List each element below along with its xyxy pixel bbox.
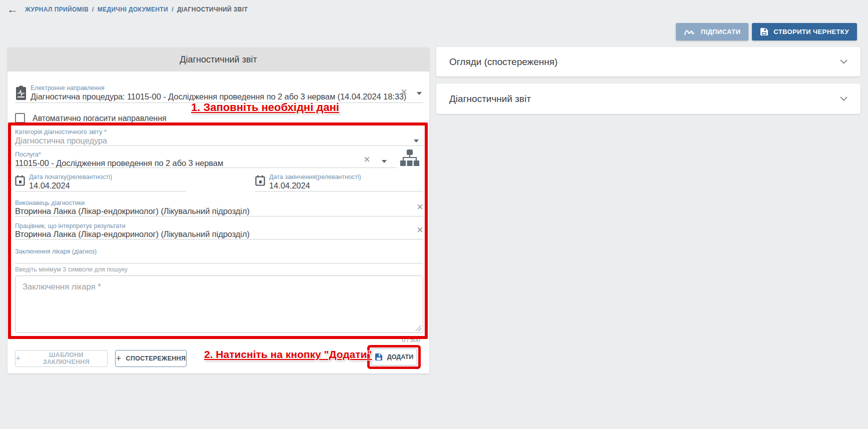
service-underline	[15, 168, 397, 168]
clipboard-pulse-icon	[15, 86, 27, 100]
date-start-value[interactable]: 14.04.2024	[29, 181, 70, 190]
form-title: Діагностичний звіт	[180, 54, 257, 65]
observation-label: СПОСТЕРЕЖЕННЯ	[126, 355, 186, 362]
referral-value[interactable]: Діагностична процедура: 11015-00 - Дослі…	[31, 92, 406, 102]
create-draft-button[interactable]: СТВОРИТИ ЧЕРНЕТКУ	[752, 23, 857, 40]
sign-button[interactable]: ПІДПИСАТИ	[676, 23, 749, 40]
char-counter: 0 / 500	[402, 336, 420, 344]
conclusion-textarea[interactable]	[15, 276, 423, 333]
performer-value[interactable]: Вторинна Ланка (Лікар-ендокринолог) (Лік…	[15, 206, 250, 216]
plus-icon: +	[16, 354, 21, 363]
breadcrumb-items: ЖУРНАЛ ПРИЙОМІВ / МЕДИЧНІ ДОКУМЕНТИ / ДІ…	[25, 6, 248, 13]
diagnostic-report-form: Діагностичний звіт Електронне направленн…	[8, 48, 429, 374]
add-button[interactable]: ДОДАТИ	[371, 348, 417, 366]
annotation-step1: 1. Заповніть необхідні дані	[191, 101, 339, 114]
sitemap-icon[interactable]	[399, 149, 421, 167]
back-arrow-icon[interactable]: ←	[7, 4, 18, 15]
add-button-label: ДОДАТИ	[387, 354, 413, 360]
date-start-label: Дата початку(релевантності)	[29, 174, 112, 180]
chevron-down-icon[interactable]	[840, 96, 847, 101]
panel-observations[interactable]: Огляди (спостереження)	[436, 47, 860, 76]
date-end-label: Дата закінчення(релевантності)	[269, 174, 361, 180]
referral-clear-icon[interactable]: ×	[401, 88, 407, 96]
calendar-icon[interactable]	[15, 175, 25, 186]
diagnosis-label: Заключення лікаря (діагноз)	[15, 248, 97, 255]
date-end-underline	[255, 191, 423, 192]
category-underline	[15, 146, 423, 146]
conclusion-templates-label: ШАБЛОНИ ЗАКЛЮЧЕННЯ	[26, 352, 107, 366]
conclusion-field	[15, 276, 423, 333]
breadcrumb-current: ДІАГНОСТИЧНИЙ ЗВІТ	[177, 6, 248, 13]
service-value[interactable]: 11015-00 - Дослідження проведення по 2 а…	[15, 158, 223, 168]
service-dropdown-icon[interactable]	[382, 160, 387, 163]
category-label: Категорія діагностичного звіту *	[15, 128, 107, 136]
performer-label: Виконавець діагностики	[15, 200, 85, 206]
category-dropdown-icon[interactable]	[414, 140, 419, 142]
plus-icon: +	[116, 354, 122, 363]
performer-underline	[15, 216, 423, 216]
header-actions: ПІДПИСАТИ СТВОРИТИ ЧЕРНЕТКУ	[676, 23, 857, 40]
panel-diagnostic-report[interactable]: Діагностичний звіт	[436, 84, 860, 114]
service-clear-icon[interactable]: ×	[364, 156, 370, 164]
auto-cancel-checkbox[interactable]	[15, 113, 25, 123]
category-value[interactable]: Діагностична процедура	[15, 136, 107, 146]
breadcrumb-journal[interactable]: ЖУРНАЛ ПРИЙОМІВ	[25, 6, 89, 13]
sign-button-label: ПІДПИСАТИ	[701, 28, 741, 36]
interpreter-value[interactable]: Вторинна Ланка (Лікар-ендокринолог) (Лік…	[15, 230, 250, 239]
page: ← ЖУРНАЛ ПРИЙОМІВ / МЕДИЧНІ ДОКУМЕНТИ / …	[0, 0, 868, 429]
date-end-value[interactable]: 14.04.2024	[269, 181, 310, 190]
referral-label: Електронне направлення	[31, 84, 105, 92]
breadcrumb-medical-documents[interactable]: МЕДИЧНІ ДОКУМЕНТИ	[98, 6, 168, 13]
annotation-step2: 2. Натисніть на кнопку "Додати"	[204, 348, 372, 360]
form-header: Діагностичний звіт	[8, 48, 429, 72]
create-draft-button-label: СТВОРИТИ ЧЕРНЕТКУ	[773, 28, 849, 36]
referral-dropdown-icon[interactable]	[417, 92, 422, 95]
signature-icon	[684, 28, 696, 36]
calendar-icon[interactable]	[255, 175, 265, 186]
breadcrumb: ← ЖУРНАЛ ПРИЙОМІВ / МЕДИЧНІ ДОКУМЕНТИ / …	[7, 3, 248, 16]
panel-observations-title: Огляди (спостереження)	[449, 56, 558, 68]
date-start-underline	[15, 191, 186, 192]
chevron-down-icon[interactable]	[840, 60, 847, 64]
diagnosis-search-hint: Введіть мінімум 3 символи для пошуку	[15, 266, 128, 273]
service-label: Послуга*	[15, 151, 41, 158]
interpreter-clear-icon[interactable]: ×	[417, 226, 423, 234]
breadcrumb-separator: /	[92, 6, 94, 13]
save-icon	[375, 353, 383, 361]
panel-diagnostic-report-title: Діагностичний звіт	[449, 94, 531, 104]
diagnosis-underline[interactable]	[15, 263, 423, 264]
interpreter-label: Працівник, що інтерпретує результати	[15, 222, 126, 230]
conclusion-templates-button[interactable]: + ШАБЛОНИ ЗАКЛЮЧЕННЯ	[15, 350, 108, 367]
save-icon	[760, 28, 768, 36]
auto-cancel-label: Автоматично погасити направлення	[33, 114, 167, 123]
breadcrumb-separator: /	[172, 6, 174, 13]
performer-clear-icon[interactable]: ×	[417, 203, 423, 211]
interpreter-underline	[15, 239, 423, 240]
observation-button[interactable]: + СПОСТЕРЕЖЕННЯ	[115, 350, 187, 367]
